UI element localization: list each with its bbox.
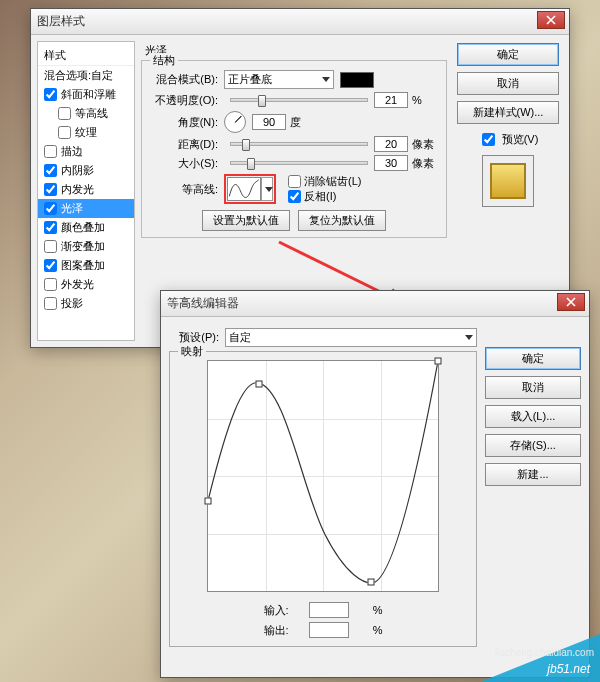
distance-label: 距离(D):	[150, 137, 218, 152]
style-item-checkbox[interactable]	[44, 145, 57, 158]
style-item-5[interactable]: 内发光	[38, 180, 134, 199]
contour-cancel-button[interactable]: 取消	[485, 376, 581, 399]
style-item-8[interactable]: 渐变叠加	[38, 237, 134, 256]
contour-dropdown[interactable]	[261, 177, 273, 201]
opacity-input[interactable]: 21	[374, 92, 408, 108]
structure-group: 结构 混合模式(B): 正片叠底 不透明度(O): 21 % 角度(N):	[141, 60, 447, 238]
style-item-4[interactable]: 内阴影	[38, 161, 134, 180]
curve-anchor[interactable]	[435, 358, 442, 365]
curve-anchor[interactable]	[205, 498, 212, 505]
new-style-button[interactable]: 新建样式(W)...	[457, 101, 559, 124]
style-item-label: 光泽	[61, 201, 83, 216]
style-item-checkbox[interactable]	[44, 164, 57, 177]
style-item-checkbox[interactable]	[58, 126, 71, 139]
style-item-checkbox[interactable]	[44, 297, 57, 310]
output-value[interactable]	[309, 622, 349, 638]
style-item-6[interactable]: 光泽	[38, 199, 134, 218]
layer-style-close-button[interactable]	[537, 11, 565, 29]
opacity-unit: %	[412, 94, 438, 106]
styles-header: 样式	[38, 46, 134, 66]
chevron-down-icon	[265, 187, 273, 192]
styles-list: 样式 混合选项:自定 斜面和浮雕等高线纹理描边内阴影内发光光泽颜色叠加渐变叠加图…	[37, 41, 135, 341]
input-label: 输入:	[264, 603, 289, 618]
blend-color-swatch[interactable]	[340, 72, 374, 88]
contour-save-button[interactable]: 存储(S)...	[485, 434, 581, 457]
style-item-checkbox[interactable]	[58, 107, 71, 120]
style-item-label: 外发光	[61, 277, 94, 292]
blend-options-item[interactable]: 混合选项:自定	[38, 66, 134, 85]
style-item-label: 描边	[61, 144, 83, 159]
cancel-button[interactable]: 取消	[457, 72, 559, 95]
mapping-title: 映射	[178, 344, 206, 359]
reset-default-button[interactable]: 复位为默认值	[298, 210, 386, 231]
layer-style-titlebar[interactable]: 图层样式	[31, 9, 569, 35]
blend-mode-select[interactable]: 正片叠底	[224, 70, 334, 89]
contour-close-button[interactable]	[557, 293, 585, 311]
contour-new-button[interactable]: 新建...	[485, 463, 581, 486]
angle-dial[interactable]	[224, 111, 246, 133]
contour-titlebar[interactable]: 等高线编辑器	[161, 291, 589, 317]
contour-ok-button[interactable]: 确定	[485, 347, 581, 370]
style-item-9[interactable]: 图案叠加	[38, 256, 134, 275]
size-input[interactable]: 30	[374, 155, 408, 171]
style-item-label: 纹理	[75, 125, 97, 140]
style-item-checkbox[interactable]	[44, 88, 57, 101]
angle-input[interactable]: 90	[252, 114, 286, 130]
antialias-checkbox[interactable]: 消除锯齿(L)	[288, 174, 361, 189]
style-item-label: 等高线	[75, 106, 108, 121]
chevron-down-icon	[322, 77, 330, 82]
contour-curve-canvas[interactable]	[207, 360, 439, 592]
style-item-1[interactable]: 等高线	[38, 104, 134, 123]
preset-label: 预设(P):	[169, 330, 219, 345]
angle-label: 角度(N):	[150, 115, 218, 130]
preview-thumbnail	[482, 155, 534, 207]
style-item-checkbox[interactable]	[44, 240, 57, 253]
preset-select[interactable]: 自定	[225, 328, 477, 347]
preview-checkbox[interactable]: 预览(V)	[478, 130, 539, 149]
contour-load-button[interactable]: 载入(L)...	[485, 405, 581, 428]
style-item-label: 斜面和浮雕	[61, 87, 116, 102]
style-item-checkbox[interactable]	[44, 278, 57, 291]
contour-editor-window: 等高线编辑器 预设(P): 自定 映射	[160, 290, 590, 678]
curve-anchor[interactable]	[255, 381, 262, 388]
opacity-slider[interactable]	[230, 98, 368, 102]
style-item-2[interactable]: 纹理	[38, 123, 134, 142]
output-unit: %	[373, 624, 383, 636]
contour-label: 等高线:	[150, 182, 218, 197]
curve-anchor[interactable]	[368, 578, 375, 585]
chevron-down-icon	[465, 335, 473, 340]
panel-section-title: 光泽	[145, 43, 447, 58]
contour-title: 等高线编辑器	[167, 295, 239, 312]
opacity-label: 不透明度(O):	[150, 93, 218, 108]
make-default-button[interactable]: 设置为默认值	[202, 210, 290, 231]
distance-input[interactable]: 20	[374, 136, 408, 152]
style-item-7[interactable]: 颜色叠加	[38, 218, 134, 237]
input-value[interactable]	[309, 602, 349, 618]
style-item-checkbox[interactable]	[44, 183, 57, 196]
contour-right-buttons: 确定 取消 载入(L)... 存储(S)... 新建...	[485, 325, 581, 669]
curve-path-icon	[208, 361, 438, 591]
structure-title: 结构	[150, 53, 178, 68]
style-item-3[interactable]: 描边	[38, 142, 134, 161]
style-item-checkbox[interactable]	[44, 221, 57, 234]
contour-highlight	[224, 174, 276, 204]
angle-unit: 度	[290, 115, 316, 130]
invert-checkbox[interactable]: 反相(I)	[288, 189, 361, 204]
style-item-checkbox[interactable]	[44, 259, 57, 272]
close-icon	[566, 297, 576, 307]
contour-picker[interactable]	[227, 177, 261, 201]
input-unit: %	[373, 604, 383, 616]
ok-button[interactable]: 确定	[457, 43, 559, 66]
style-item-label: 内发光	[61, 182, 94, 197]
blend-mode-label: 混合模式(B):	[150, 72, 218, 87]
size-label: 大小(S):	[150, 156, 218, 171]
style-item-0[interactable]: 斜面和浮雕	[38, 85, 134, 104]
layer-style-title: 图层样式	[37, 13, 85, 30]
distance-slider[interactable]	[230, 142, 368, 146]
contour-curve-icon	[228, 178, 260, 200]
style-item-label: 内阴影	[61, 163, 94, 178]
style-item-11[interactable]: 投影	[38, 294, 134, 313]
style-item-checkbox[interactable]	[44, 202, 57, 215]
size-slider[interactable]	[230, 161, 368, 165]
style-item-10[interactable]: 外发光	[38, 275, 134, 294]
